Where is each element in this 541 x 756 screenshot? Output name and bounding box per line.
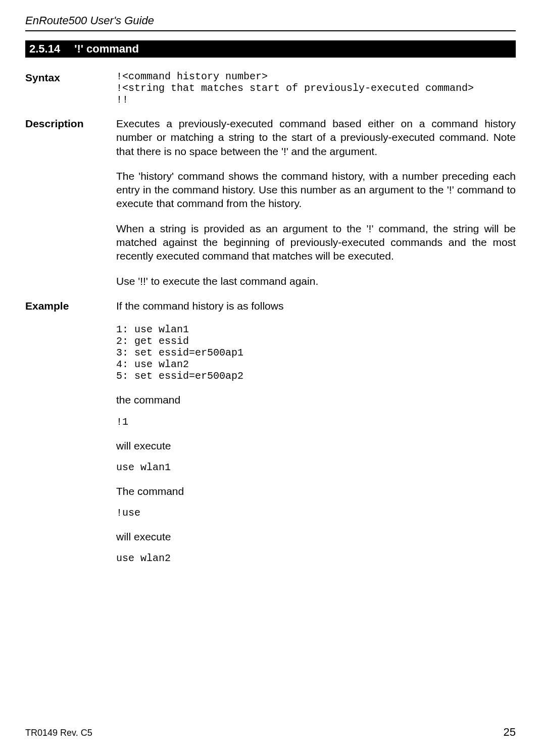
- page: EnRoute500 User's Guide 2.5.14 '!' comma…: [0, 0, 541, 756]
- description-body: Executes a previously-executed command b…: [116, 117, 516, 299]
- section-title: '!' command: [74, 42, 139, 56]
- example-history-block: 1: use wlan1 2: get essid 3: set essid=e…: [116, 324, 516, 382]
- example-text-2: will execute: [116, 439, 516, 452]
- example-code-3: !use: [116, 507, 516, 519]
- example-text-1: the command: [116, 393, 516, 407]
- example-body: If the command history is as follows 1: …: [116, 299, 516, 564]
- description-paragraph-1: Executes a previously-executed command b…: [116, 117, 516, 158]
- description-paragraph-3: When a string is provided as an argument…: [116, 222, 516, 263]
- page-footer: TR0149 Rev. C5 25: [25, 726, 516, 739]
- example-code-4: use wlan2: [116, 552, 516, 564]
- running-title: EnRoute500 User's Guide: [25, 14, 516, 27]
- example-text-4: will execute: [116, 530, 516, 543]
- header-rule: [25, 30, 516, 31]
- example-code-1: !1: [116, 416, 516, 428]
- doc-revision: TR0149 Rev. C5: [25, 728, 92, 738]
- description-paragraph-2: The 'history' command shows the command …: [116, 169, 516, 211]
- example-label: Example: [25, 299, 116, 564]
- section-number: 2.5.14: [29, 42, 60, 56]
- syntax-label: Syntax: [25, 71, 116, 117]
- example-intro: If the command history is as follows: [116, 299, 516, 313]
- description-paragraph-4: Use '!!' to execute the last command aga…: [116, 274, 516, 288]
- content-grid: Syntax !<command history number> !<strin…: [25, 71, 516, 564]
- example-text-3: The command: [116, 484, 516, 498]
- page-number: 25: [504, 726, 516, 739]
- example-code-2: use wlan1: [116, 462, 516, 473]
- description-label: Description: [25, 117, 116, 299]
- syntax-code: !<command history number> !<string that …: [116, 71, 516, 106]
- section-heading-banner: 2.5.14 '!' command: [25, 40, 516, 58]
